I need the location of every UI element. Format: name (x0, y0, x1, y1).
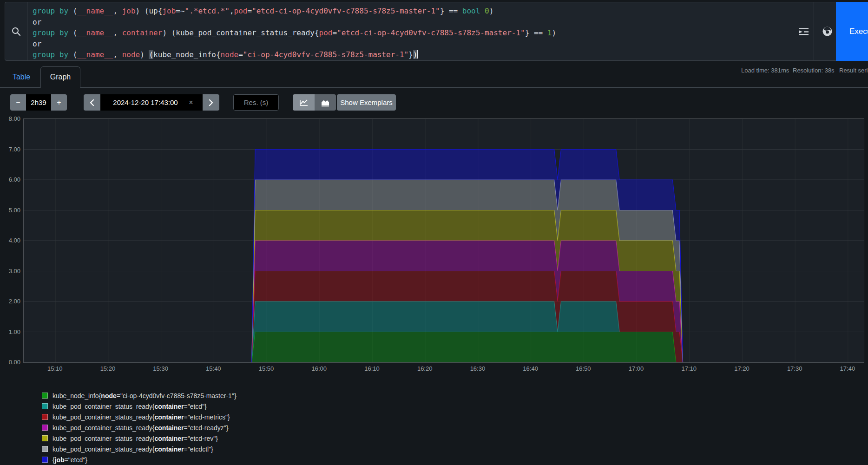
result-series-stat: Result serie (839, 67, 868, 74)
x-tick-label: 15:20 (94, 365, 122, 372)
y-tick-label: 6.00 (1, 176, 20, 183)
y-tick-label: 8.00 (1, 115, 20, 122)
x-tick-label: 15:50 (252, 365, 280, 372)
legend-swatch (42, 435, 48, 441)
y-tick-label: 1.00 (1, 328, 20, 335)
resolution-stat: Resolution: 38s (793, 67, 835, 74)
text-cursor (417, 50, 418, 59)
datetime-picker: × (100, 94, 203, 111)
legend-swatch (42, 393, 48, 399)
y-tick-label: 7.00 (1, 146, 20, 153)
x-tick-label: 17:00 (622, 365, 650, 372)
x-tick-label: 16:40 (517, 365, 545, 372)
legend-swatch (42, 425, 48, 431)
line-chart-icon (299, 98, 309, 107)
legend-series-name: {job="etcd"} (53, 456, 87, 464)
stacked-graph-toggle[interactable] (315, 94, 336, 111)
query-line: group by (__name__, container) (kube_pod… (33, 27, 789, 39)
query-line: or (33, 39, 789, 50)
y-tick-label: 5.00 (1, 207, 20, 214)
legend-item[interactable]: kube_pod_container_status_ready{containe… (42, 444, 237, 454)
tab-graph[interactable]: Graph (40, 66, 80, 88)
clear-datetime-icon[interactable]: × (184, 98, 198, 107)
x-tick-label: 15:30 (147, 365, 175, 372)
query-panel: group by (__name__, job) (up{job=~".*etc… (5, 2, 868, 61)
legend-swatch (42, 414, 48, 420)
execute-button[interactable]: Execute (836, 2, 868, 61)
search-icon (11, 26, 21, 37)
legend-series-name: kube_pod_container_status_ready{containe… (53, 424, 228, 432)
x-tick-label: 16:20 (411, 365, 439, 372)
legend-item[interactable]: kube_pod_container_status_ready{containe… (42, 401, 237, 412)
next-time-button[interactable] (203, 94, 219, 111)
query-line: group by (__name__, job) (up{job=~".*etc… (33, 6, 789, 17)
y-tick-label: 2.00 (1, 298, 20, 305)
load-time-stat: Load time: 381ms (741, 67, 789, 74)
legend-item[interactable]: kube_node_info{node="ci-op-4cyd0vfv-c788… (42, 390, 237, 401)
legend-series-name: kube_node_info{node="ci-op-4cyd0vfv-c788… (53, 392, 237, 400)
previous-time-button[interactable] (84, 94, 100, 111)
legend-swatch (42, 403, 48, 409)
x-tick-label: 17:30 (781, 365, 809, 372)
tabs-divider (0, 87, 868, 88)
x-tick-label: 17:40 (834, 365, 861, 372)
range-input[interactable] (26, 94, 51, 111)
stacked-area-chart (24, 119, 864, 362)
increase-range-button[interactable]: + (51, 94, 67, 111)
tab-table[interactable]: Table (6, 66, 37, 88)
graph-plot-area[interactable] (23, 118, 864, 363)
query-line: group by (__name__, node) (kube_node_inf… (33, 49, 789, 60)
datetime-input[interactable] (100, 94, 184, 111)
format-query-icon (798, 27, 809, 36)
x-tick-label: 17:10 (675, 365, 703, 372)
legend-item[interactable]: kube_pod_container_status_ready{containe… (42, 412, 237, 422)
promql-query-editor[interactable]: group by (__name__, job) (up{job=~".*etc… (28, 2, 794, 60)
series-legend: kube_node_info{node="ci-op-4cyd0vfv-c788… (42, 390, 237, 465)
legend-series-name: kube_pod_container_status_ready{containe… (53, 413, 230, 421)
x-tick-label: 17:20 (728, 365, 756, 372)
stacked-area-icon (321, 98, 330, 107)
legend-swatch (42, 446, 48, 452)
show-exemplars-button[interactable]: Show Exemplars (337, 94, 396, 111)
decrease-range-button[interactable]: − (10, 94, 26, 111)
x-tick-label: 16:00 (305, 365, 333, 372)
globe-icon (822, 26, 833, 37)
chevron-left-icon (89, 99, 95, 106)
x-tick-label: 15:40 (199, 365, 227, 372)
format-query-button[interactable] (794, 2, 814, 60)
legend-swatch (42, 457, 48, 463)
y-tick-label: 0.00 (1, 359, 20, 366)
y-tick-label: 4.00 (1, 237, 20, 244)
legend-series-name: kube_pod_container_status_ready{containe… (53, 435, 218, 442)
x-tick-label: 16:50 (569, 365, 597, 372)
legend-item[interactable]: kube_pod_container_status_ready{containe… (42, 422, 237, 433)
legend-item[interactable]: kube_pod_container_status_ready{containe… (42, 433, 237, 444)
line-graph-toggle[interactable] (293, 94, 315, 111)
x-tick-label: 15:10 (41, 365, 69, 372)
legend-item[interactable]: {job="etcd"} (42, 454, 237, 465)
legend-series-name: kube_pod_container_status_ready{containe… (53, 445, 213, 453)
search-icon-box (5, 2, 27, 60)
resolution-input[interactable] (233, 94, 279, 111)
x-tick-label: 16:10 (358, 365, 386, 372)
legend-series-name: kube_pod_container_status_ready{containe… (53, 403, 207, 410)
x-tick-label: 16:30 (464, 365, 492, 372)
query-line: or (33, 17, 789, 28)
y-tick-label: 3.00 (1, 268, 20, 275)
chevron-right-icon (208, 99, 214, 106)
